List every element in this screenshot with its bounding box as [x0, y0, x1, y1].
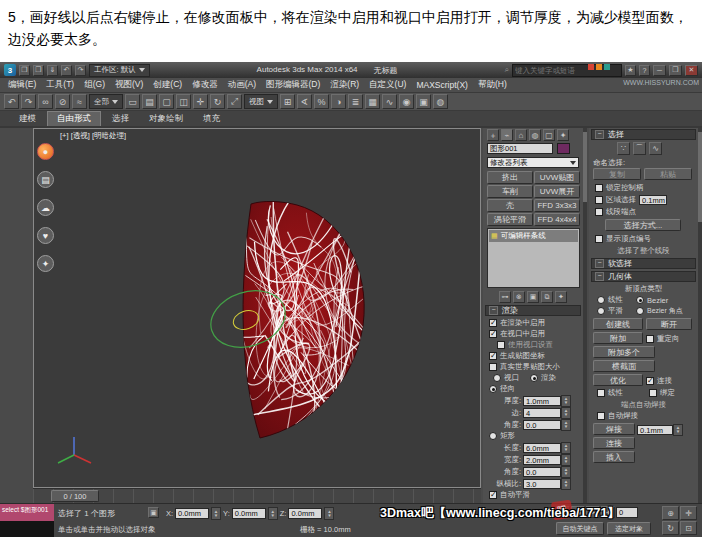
coord-x-spinner[interactable]	[211, 507, 221, 520]
coord-x-field[interactable]: 0.0mm	[175, 508, 209, 519]
bind-to-space-warp-icon[interactable]: ≈	[72, 94, 87, 109]
connect-button[interactable]: 连接	[593, 437, 635, 449]
rectangular-radio[interactable]	[489, 432, 497, 440]
favorites-star-icon[interactable]: ★	[625, 65, 636, 76]
spline-subobject-icon[interactable]: ∿	[649, 142, 662, 155]
selection-filter-dropdown[interactable]: 全部	[89, 94, 123, 109]
selected-set-key-button[interactable]: 选定对象	[607, 522, 651, 535]
render-icon[interactable]: ◍	[433, 94, 448, 109]
window-crossing-icon[interactable]: ◫	[176, 94, 191, 109]
menu-animation[interactable]: 动画(A)	[228, 79, 256, 91]
display-tab-icon[interactable]: ▢	[543, 129, 555, 141]
redo-icon[interactable]: ↷	[75, 65, 86, 76]
insert-button[interactable]: 插入	[593, 451, 635, 463]
thickness-spinner[interactable]	[561, 395, 571, 407]
3dsmax-logo-icon[interactable]: 3	[4, 64, 16, 76]
weld-threshold-field[interactable]: 0.1mm	[637, 425, 673, 435]
pan-icon[interactable]: ✛	[680, 506, 697, 520]
modifier-list-dropdown[interactable]: 修改器列表	[487, 157, 579, 168]
auto-smooth-checkbox[interactable]	[489, 491, 497, 499]
menu-create[interactable]: 创建(C)	[153, 79, 182, 91]
menu-rendering[interactable]: 渲染(R)	[330, 79, 359, 91]
maxscript-mini-listener[interactable]: select $图形001	[0, 504, 54, 537]
tab-modeling[interactable]: 建模	[10, 112, 45, 126]
show-vertex-numbers-checkbox[interactable]	[595, 235, 603, 243]
tab-populate[interactable]: 填充	[194, 112, 229, 126]
renderer-radio[interactable]	[530, 374, 538, 382]
mod-btn-turbosmooth[interactable]: 涡轮平滑	[487, 213, 533, 226]
refine-button[interactable]: 优化	[593, 374, 643, 386]
tab-selection[interactable]: 选择	[103, 112, 138, 126]
workspace-dropdown[interactable]: 工作区: 默认	[89, 64, 150, 77]
modify-tab-icon[interactable]: ⌁	[501, 129, 513, 141]
area-selection-checkbox[interactable]	[595, 196, 603, 204]
menu-modifiers[interactable]: 修改器	[192, 79, 218, 91]
select-and-move-icon[interactable]: ✛	[193, 94, 208, 109]
break-button[interactable]: 断开	[646, 318, 692, 330]
remove-modifier-icon[interactable]: ⧉	[541, 291, 553, 303]
open-file-icon[interactable]: ❒	[33, 65, 44, 76]
page-icon[interactable]: ▤	[37, 171, 54, 188]
bezier-vertex-radio[interactable]	[636, 296, 644, 304]
angle-field[interactable]: 0.0	[523, 420, 561, 430]
time-slider-handle[interactable]: 0 / 100	[51, 490, 99, 502]
angle2-field[interactable]: 0.0	[523, 467, 561, 477]
modifier-stack-item-editable-spline[interactable]: ▦ 可编辑样条线	[489, 230, 578, 242]
menu-views[interactable]: 视图(V)	[115, 79, 143, 91]
lock-handles-checkbox[interactable]	[595, 184, 603, 192]
menu-group[interactable]: 组(G)	[84, 79, 105, 91]
mod-btn-uvw-map[interactable]: UVW贴图	[534, 171, 580, 184]
select-and-link-icon[interactable]: ∞	[38, 94, 53, 109]
aspect-field[interactable]: 3.0	[523, 479, 561, 489]
material-editor-icon[interactable]: ◉	[399, 94, 414, 109]
paste-button[interactable]: 粘贴	[644, 168, 692, 180]
segment-subobject-icon[interactable]: ⌒	[633, 142, 646, 155]
real-world-map-size-checkbox[interactable]	[489, 363, 497, 371]
redo-toolbar-icon[interactable]: ↷	[21, 94, 36, 109]
track-bar[interactable]: 0 / 100	[33, 488, 481, 503]
sides-field[interactable]: 4	[523, 408, 561, 418]
object-name-field[interactable]: 图形001	[487, 143, 553, 154]
selection-region-icon[interactable]: ▢	[159, 94, 174, 109]
configure-modifier-sets-icon[interactable]: ✦	[555, 291, 567, 303]
segment-end-checkbox[interactable]	[595, 208, 603, 216]
width-spinner[interactable]	[561, 454, 571, 466]
render-setup-icon[interactable]: ▣	[416, 94, 431, 109]
reorient-checkbox[interactable]	[646, 335, 654, 343]
create-line-button[interactable]: 创建线	[593, 318, 643, 330]
tab-object-paint[interactable]: 对象绘制	[140, 112, 192, 126]
spline-panel-scrollbar[interactable]	[698, 128, 702, 503]
save-file-icon[interactable]: ⇓	[47, 65, 58, 76]
mirror-icon[interactable]: ◑	[331, 94, 346, 109]
copy-button[interactable]: 复制	[593, 168, 641, 180]
soft-selection-rollout-header[interactable]: 软选择	[591, 258, 696, 269]
heart-icon[interactable]: ♥	[37, 227, 54, 244]
cross-section-button[interactable]: 横截面	[593, 360, 655, 372]
thickness-field[interactable]: 1.0mm	[523, 396, 561, 406]
mod-btn-ffd-4x4x4[interactable]: FFD 4x4x4	[534, 213, 580, 226]
mod-btn-lathe[interactable]: 车削	[487, 185, 533, 198]
zoom-icon[interactable]: ⊕	[662, 506, 679, 520]
sphere-icon[interactable]: ●	[37, 143, 54, 160]
utilities-tab-icon[interactable]: ✦	[557, 129, 569, 141]
length-field[interactable]: 6.0mm	[523, 443, 561, 453]
gear-icon[interactable]: ✦	[37, 255, 54, 272]
select-and-scale-icon[interactable]: ⤢	[227, 94, 242, 109]
coord-y-field[interactable]: 0.0mm	[232, 508, 266, 519]
length-spinner[interactable]	[561, 442, 571, 454]
menu-tools[interactable]: 工具(T)	[46, 79, 74, 91]
cloud-icon[interactable]: ☁	[37, 199, 54, 216]
menu-graph-editors[interactable]: 图形编辑器(D)	[266, 79, 320, 91]
angle-snap-icon[interactable]: ∢	[297, 94, 312, 109]
snaps-toggle-icon[interactable]: ⊞	[280, 94, 295, 109]
mod-btn-extrude[interactable]: 挤出	[487, 171, 533, 184]
bind-checkbox[interactable]	[649, 389, 657, 397]
undo-toolbar-icon[interactable]: ↶	[4, 94, 19, 109]
pin-stack-icon[interactable]: ⊶	[499, 291, 511, 303]
mod-btn-unwrap-uvw[interactable]: UVW展开	[534, 185, 580, 198]
angle2-spinner[interactable]	[561, 466, 571, 478]
menu-edit[interactable]: 编辑(E)	[8, 79, 36, 91]
mod-btn-shell[interactable]: 壳	[487, 199, 533, 212]
connect-checkbox[interactable]	[646, 377, 654, 385]
percent-snap-icon[interactable]: %	[314, 94, 329, 109]
